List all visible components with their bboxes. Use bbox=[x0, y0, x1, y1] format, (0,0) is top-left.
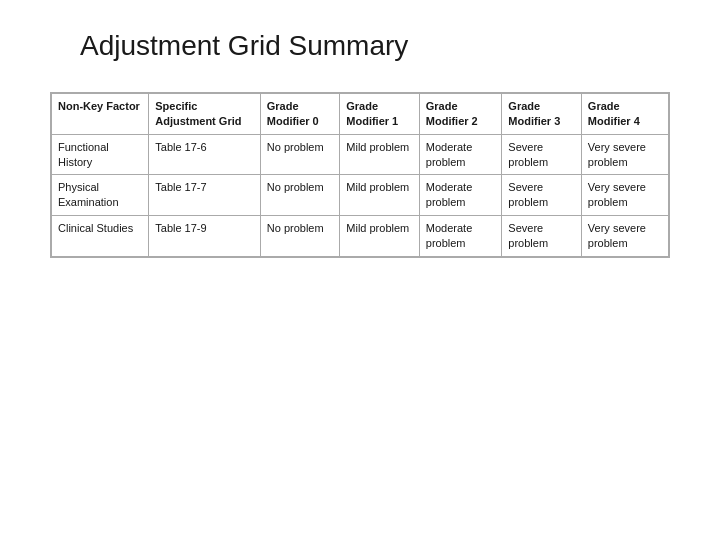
row1-mod3: Severe problem bbox=[502, 134, 582, 175]
table-row: Physical Examination Table 17-7 No probl… bbox=[52, 175, 669, 216]
row3-mod2: Moderate problem bbox=[419, 216, 502, 257]
row1-mod4: Very severe problem bbox=[581, 134, 668, 175]
adjustment-grid-table-wrapper: Non-Key Factor Specific Adjustment Grid … bbox=[50, 92, 670, 258]
col-header-mod4: Grade Modifier 4 bbox=[581, 94, 668, 135]
row1-mod2: Moderate problem bbox=[419, 134, 502, 175]
table-row: Functional History Table 17-6 No problem… bbox=[52, 134, 669, 175]
row3-mod4: Very severe problem bbox=[581, 216, 668, 257]
table-row: Clinical Studies Table 17-9 No problem M… bbox=[52, 216, 669, 257]
row3-factor: Clinical Studies bbox=[52, 216, 149, 257]
row2-factor: Physical Examination bbox=[52, 175, 149, 216]
row1-mod0: No problem bbox=[260, 134, 340, 175]
page-title: Adjustment Grid Summary bbox=[80, 30, 408, 62]
col-header-mod0: Grade Modifier 0 bbox=[260, 94, 340, 135]
row3-mod0: No problem bbox=[260, 216, 340, 257]
col-header-grid: Specific Adjustment Grid bbox=[149, 94, 261, 135]
row1-factor: Functional History bbox=[52, 134, 149, 175]
row2-mod0: No problem bbox=[260, 175, 340, 216]
table-header-row: Non-Key Factor Specific Adjustment Grid … bbox=[52, 94, 669, 135]
row3-grid: Table 17-9 bbox=[149, 216, 261, 257]
col-header-mod1: Grade Modifier 1 bbox=[340, 94, 420, 135]
row1-grid: Table 17-6 bbox=[149, 134, 261, 175]
row1-mod1: Mild problem bbox=[340, 134, 420, 175]
col-header-mod3: Grade Modifier 3 bbox=[502, 94, 582, 135]
row3-mod1: Mild problem bbox=[340, 216, 420, 257]
row2-mod3: Severe problem bbox=[502, 175, 582, 216]
row2-mod2: Moderate problem bbox=[419, 175, 502, 216]
row2-grid: Table 17-7 bbox=[149, 175, 261, 216]
row2-mod1: Mild problem bbox=[340, 175, 420, 216]
col-header-factor: Non-Key Factor bbox=[52, 94, 149, 135]
page: Adjustment Grid Summary Non-Key Factor S… bbox=[0, 0, 720, 540]
row2-mod4: Very severe problem bbox=[581, 175, 668, 216]
adjustment-grid-table: Non-Key Factor Specific Adjustment Grid … bbox=[51, 93, 669, 257]
row3-mod3: Severe problem bbox=[502, 216, 582, 257]
col-header-mod2: Grade Modifier 2 bbox=[419, 94, 502, 135]
